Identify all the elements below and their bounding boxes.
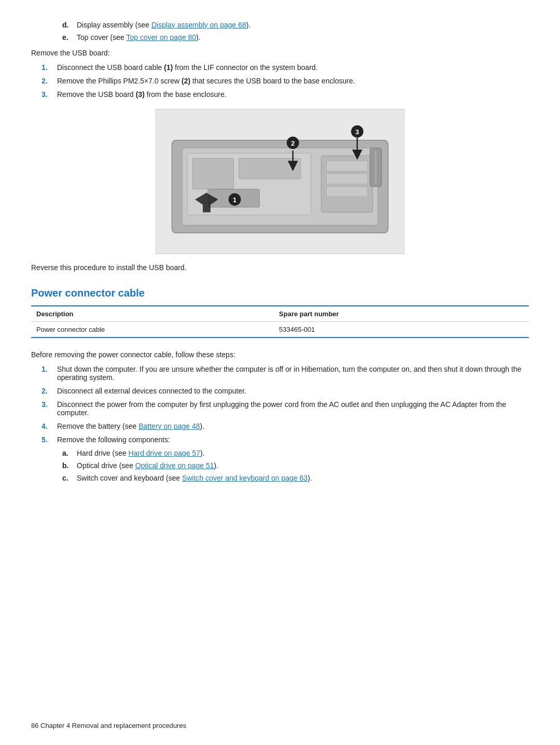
- footer: 86 Chapter 4 Removal and replacement pro…: [31, 722, 186, 729]
- sub-component-a-content: Hard drive (see Hard drive on page 57).: [77, 449, 529, 457]
- svg-rect-4: [192, 158, 233, 189]
- item-d: d. Display assembly (see Display assembl…: [31, 21, 529, 29]
- usb-step-1: 1. Disconnect the USB board cable (1) fr…: [31, 63, 529, 72]
- reverse-note: Reverse this procedure to install the US…: [31, 263, 529, 272]
- power-step-4: 4. Remove the battery (see Battery on pa…: [31, 422, 529, 430]
- svg-text:3: 3: [355, 128, 359, 136]
- parts-table: Description Spare part number Power conn…: [31, 305, 529, 338]
- sub-component-a: a. Hard drive (see Hard drive on page 57…: [31, 449, 529, 457]
- usb-step-1-content: Disconnect the USB board cable (1) from …: [57, 63, 529, 72]
- power-step-1: 1. Shut down the computer. If you are un…: [31, 365, 529, 382]
- table-row: Power connector cable 533465-001: [31, 322, 529, 338]
- power-step-2-content: Disconnect all external devices connecte…: [57, 387, 529, 395]
- usb-step-3-num: 3.: [41, 90, 57, 99]
- usb-step-2: 2. Remove the Phillips PM2.5×7.0 screw (…: [31, 77, 529, 85]
- power-step-1-num: 1.: [41, 365, 57, 382]
- sub-component-a-label: a.: [62, 449, 77, 457]
- power-step-1-content: Shut down the computer. If you are unsur…: [57, 365, 529, 382]
- item-d-content: Display assembly (see Display assembly o…: [77, 21, 529, 29]
- power-step-4-content: Remove the battery (see Battery on page …: [57, 422, 529, 430]
- svg-text:1: 1: [233, 196, 236, 204]
- usb-step-2-num: 2.: [41, 77, 57, 85]
- diagram-container: 1 2 3: [31, 109, 529, 254]
- usb-step-1-num: 1.: [41, 63, 57, 72]
- switch-cover-link[interactable]: Switch cover and keyboard on page 63: [182, 474, 307, 482]
- svg-rect-10: [326, 187, 367, 197]
- usb-step-2-content: Remove the Phillips PM2.5×7.0 screw (2) …: [57, 77, 529, 85]
- svg-text:2: 2: [291, 139, 295, 147]
- sub-component-c-content: Switch cover and keyboard (see Switch co…: [77, 474, 529, 482]
- table-header-spare: Spare part number: [274, 306, 529, 322]
- item-e: e. Top cover (see Top cover on page 80).: [31, 33, 529, 41]
- usb-step-3-content: Remove the USB board (3) from the base e…: [57, 90, 529, 99]
- optical-drive-link[interactable]: Optical drive on page 51: [135, 461, 214, 470]
- usb-step-3: 3. Remove the USB board (3) from the bas…: [31, 90, 529, 99]
- item-d-label: d.: [62, 21, 77, 29]
- section-heading: Power connector cable: [31, 287, 529, 299]
- item-e-label: e.: [62, 33, 77, 41]
- battery-link[interactable]: Battery on page 48: [138, 422, 200, 430]
- table-header-description: Description: [31, 306, 274, 322]
- before-removing-intro: Before removing the power connector cabl…: [31, 350, 529, 359]
- sub-component-b: b. Optical drive (see Optical drive on p…: [31, 461, 529, 470]
- svg-rect-5: [239, 158, 301, 179]
- sub-component-c-label: c.: [62, 474, 77, 482]
- power-step-2: 2. Disconnect all external devices conne…: [31, 387, 529, 395]
- svg-rect-9: [326, 174, 367, 184]
- sub-component-b-label: b.: [62, 461, 77, 470]
- table-cell-spare: 533465-001: [274, 322, 529, 338]
- power-step-3: 3. Disconnect the power from the compute…: [31, 400, 529, 417]
- power-step-3-content: Disconnect the power from the computer b…: [57, 400, 529, 417]
- item-e-content: Top cover (see Top cover on page 80).: [77, 33, 529, 41]
- sub-component-c: c. Switch cover and keyboard (see Switch…: [31, 474, 529, 482]
- hard-drive-link[interactable]: Hard drive on page 57: [129, 449, 201, 457]
- diagram-box: 1 2 3: [156, 109, 404, 254]
- power-step-2-num: 2.: [41, 387, 57, 395]
- diagram-svg: 1 2 3: [156, 109, 404, 254]
- power-step-5-content: Remove the following components:: [57, 435, 529, 444]
- svg-rect-8: [326, 161, 367, 171]
- table-cell-description: Power connector cable: [31, 322, 274, 338]
- top-cover-link[interactable]: Top cover on page 80: [126, 33, 196, 41]
- power-step-5-num: 5.: [41, 435, 57, 444]
- power-step-3-num: 3.: [41, 400, 57, 417]
- sub-component-b-content: Optical drive (see Optical drive on page…: [77, 461, 529, 470]
- remove-usb-intro: Remove the USB board:: [31, 49, 529, 57]
- power-step-4-num: 4.: [41, 422, 57, 430]
- display-assembly-link[interactable]: Display assembly on page 68: [151, 21, 246, 29]
- power-step-5: 5. Remove the following components:: [31, 435, 529, 444]
